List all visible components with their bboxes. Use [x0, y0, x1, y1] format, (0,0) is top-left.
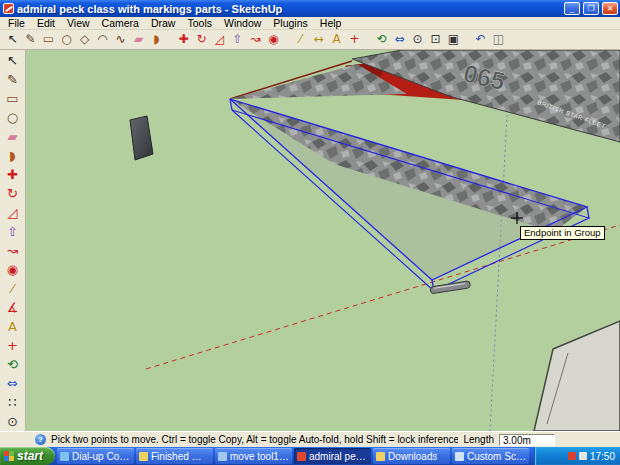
walk-tool-icon[interactable]: ∷ [3, 394, 23, 412]
zoom-tool-icon[interactable]: ⊙ [409, 31, 426, 48]
clock[interactable]: 17:50 [590, 451, 615, 462]
protractor-tool-icon[interactable]: ∡ [3, 299, 23, 317]
line-tool-icon[interactable]: ✎ [22, 31, 39, 48]
line-tool-icon[interactable]: ✎ [3, 71, 23, 89]
taskbar-item-label: Downloads [388, 451, 437, 462]
rectangle-tool-icon[interactable]: ▭ [40, 31, 57, 48]
menu-item[interactable]: Camera [96, 17, 145, 29]
menu-bar: FileEditViewCameraDrawToolsWindowPlugins… [0, 17, 620, 30]
small-panel-part[interactable] [130, 116, 153, 160]
pan-tool-icon[interactable]: ⇔ [3, 375, 23, 393]
rotate-tool-icon[interactable]: ↻ [3, 185, 23, 203]
text-tool-icon[interactable]: A [3, 318, 23, 336]
taskbar-item[interactable]: move tool1 - P... [215, 448, 292, 464]
followme-tool-icon[interactable]: ↝ [247, 31, 264, 48]
menu-item[interactable]: Edit [31, 17, 61, 29]
orbit-tool-icon[interactable]: ⟲ [3, 356, 23, 374]
polygon-tool-icon[interactable]: ◇ [76, 31, 93, 48]
circle-tool-icon[interactable]: ○ [3, 109, 23, 127]
rotate-tool-icon[interactable]: ↻ [193, 31, 210, 48]
status-bar: ? Pick two points to move. Ctrl = toggle… [0, 431, 620, 447]
tray-icons [568, 452, 587, 460]
menu-item[interactable]: File [2, 17, 31, 29]
menu-item[interactable]: Help [314, 17, 348, 29]
menu-item[interactable]: View [61, 17, 96, 29]
menu-item[interactable]: Tools [181, 17, 218, 29]
zoom-extents-tool-icon[interactable]: ▣ [445, 31, 462, 48]
measurement-value-box[interactable]: 3.00m [499, 434, 555, 446]
move-tool-icon[interactable]: ✚ [175, 31, 192, 48]
pushpull-tool-icon[interactable]: ⇧ [3, 223, 23, 241]
zoom-tool-icon[interactable]: ⊙ [3, 413, 23, 431]
model-viewport[interactable]: 065 BRITISH STAR FLEET [26, 50, 620, 431]
taskbar-item[interactable]: Custom Scan [452, 448, 529, 464]
taskbar-item-icon [297, 452, 306, 461]
eraser-tool-icon[interactable]: ▰ [130, 31, 147, 48]
taskbar-item-icon [376, 452, 385, 461]
iso-view-icon[interactable]: ◫ [490, 31, 507, 48]
taskbar-item-icon [60, 452, 69, 461]
taskbar-item[interactable]: Downloads [373, 448, 450, 464]
text-tool-icon[interactable]: A [328, 31, 345, 48]
paintbucket-tool-icon[interactable]: ◗ [148, 31, 165, 48]
close-button[interactable]: ✕ [602, 2, 618, 15]
taskbar-item[interactable]: Dial-up Connec... [57, 448, 134, 464]
status-hint: Pick two points to move. Ctrl = toggle C… [51, 434, 458, 445]
taskbar-items: Dial-up Connec... Finished Work... move … [55, 447, 534, 465]
title-bar: admiral peck class with markings parts -… [0, 0, 620, 17]
taskbar-item-label: admiral peck cl... [309, 451, 368, 462]
inference-tooltip: Endpoint in Group [520, 226, 605, 240]
start-button[interactable]: start [0, 447, 55, 465]
offset-tool-icon[interactable]: ◉ [3, 261, 23, 279]
taskbar-item-label: Finished Work... [151, 451, 210, 462]
orbit-tool-icon[interactable]: ⟲ [373, 31, 390, 48]
axes-tool-icon[interactable]: + [346, 31, 363, 48]
menu-item[interactable]: Window [218, 17, 267, 29]
menu-item[interactable]: Draw [145, 17, 182, 29]
taskbar-item-label: Custom Scan [467, 451, 526, 462]
windows-taskbar: start Dial-up Connec... Finished Work...… [0, 447, 620, 465]
windows-flag-icon [4, 451, 14, 461]
tape-measure-tool-icon[interactable]: ⁄ [3, 280, 23, 298]
select-tool-icon[interactable]: ↖ [3, 52, 23, 70]
red-axis-line [146, 225, 620, 369]
move-tool-icon[interactable]: ✚ [3, 166, 23, 184]
offset-tool-icon[interactable]: ◉ [265, 31, 282, 48]
rectangle-tool-icon[interactable]: ▭ [3, 90, 23, 108]
select-tool-icon[interactable]: ↖ [4, 31, 21, 48]
dimension-tool-icon[interactable]: ↔ [310, 31, 327, 48]
pan-tool-icon[interactable]: ⇔ [391, 31, 408, 48]
arc-tool-icon[interactable]: ◠ [94, 31, 111, 48]
help-icon[interactable]: ? [35, 434, 46, 445]
pushpull-tool-icon[interactable]: ⇧ [229, 31, 246, 48]
start-button-label: start [17, 449, 43, 463]
freehand-tool-icon[interactable]: ∿ [112, 31, 129, 48]
maximize-button[interactable]: ❐ [583, 2, 599, 15]
axes-tool-icon[interactable]: + [3, 337, 23, 355]
main-area: ↖✎▭○▰◗✚↻◿⇧↝◉⁄∡A+⟲⇔∷⊙ [0, 50, 620, 431]
paintbucket-tool-icon[interactable]: ◗ [3, 147, 23, 165]
circle-tool-icon[interactable]: ○ [58, 31, 75, 48]
previous-view-icon[interactable]: ↶ [472, 31, 489, 48]
taskbar-item[interactable]: Finished Work... [136, 448, 213, 464]
scale-tool-icon[interactable]: ◿ [3, 204, 23, 222]
left-toolbar: ↖✎▭○▰◗✚↻◿⇧↝◉⁄∡A+⟲⇔∷⊙ [0, 50, 26, 431]
window-title: admiral peck class with markings parts -… [17, 3, 561, 15]
tape-measure-tool-icon[interactable]: ⁄ [292, 31, 309, 48]
model-canvas[interactable]: 065 BRITISH STAR FLEET [26, 50, 620, 431]
zoom-window-tool-icon[interactable]: ⊡ [427, 31, 444, 48]
top-toolbar: ↖✎▭○◇◠∿▰◗✚↻◿⇧↝◉⁄↔A+⟲⇔⊙⊡▣↶◫ [0, 30, 620, 50]
minimize-button[interactable]: _ [564, 2, 580, 15]
tray-icon-gray[interactable] [579, 452, 587, 460]
menu-item[interactable]: Plugins [267, 17, 313, 29]
scale-tool-icon[interactable]: ◿ [211, 31, 228, 48]
eraser-tool-icon[interactable]: ▰ [3, 128, 23, 146]
system-tray: 17:50 [534, 447, 620, 465]
tray-icon-red[interactable] [568, 452, 576, 460]
measurement-label: Length [463, 434, 494, 445]
followme-tool-icon[interactable]: ↝ [3, 242, 23, 260]
taskbar-item-icon [218, 452, 227, 461]
bottom-right-panel-part[interactable] [534, 321, 620, 431]
taskbar-item[interactable]: admiral peck cl... [294, 448, 371, 464]
taskbar-item-icon [455, 452, 464, 461]
